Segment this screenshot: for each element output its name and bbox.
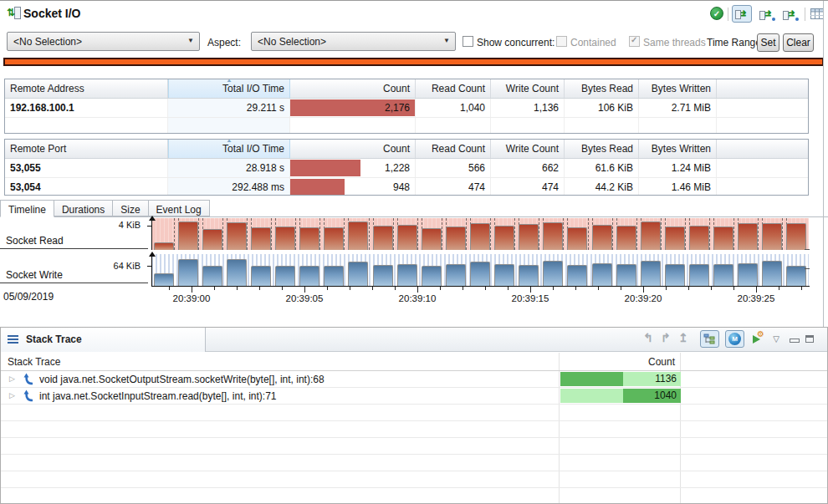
table-row[interactable]: 53,055 28.918 s 1,228 566 662 61.6 KiB 1… bbox=[5, 159, 808, 178]
col-read-count[interactable]: Read Count bbox=[416, 140, 491, 158]
expand-arrow-icon[interactable]: ▷ bbox=[9, 374, 15, 383]
time-range-set-button[interactable]: Set bbox=[757, 33, 779, 52]
col-bytes-written[interactable]: Bytes Written bbox=[639, 79, 717, 98]
table-row[interactable]: 192.168.100.1 29.211 s 2,176 1,040 1,136… bbox=[5, 99, 808, 118]
socket-write-bar[interactable] bbox=[154, 273, 174, 286]
socket-read-bar[interactable] bbox=[592, 225, 612, 250]
tab-timeline[interactable]: Timeline bbox=[0, 200, 54, 217]
socket-read-track[interactable] bbox=[151, 218, 809, 250]
col-write-count[interactable]: Write Count bbox=[491, 140, 565, 158]
run-options-icon[interactable]: ⚙ bbox=[747, 330, 765, 348]
socket-read-filter-icon[interactable]: ⇄ bbox=[757, 5, 777, 23]
socket-write-bar[interactable] bbox=[786, 266, 806, 286]
socket-read-bar[interactable] bbox=[470, 223, 490, 250]
aspect-combo[interactable]: <No Selection> ▼ bbox=[251, 32, 456, 51]
nav-first-icon[interactable]: ↰ bbox=[643, 331, 653, 344]
socket-write-bar[interactable] bbox=[373, 265, 393, 286]
socket-write-bar[interactable] bbox=[641, 261, 661, 286]
time-range-selector[interactable] bbox=[3, 58, 824, 66]
col-total-io-time[interactable]: ▲ Total I/O Time bbox=[168, 140, 290, 158]
selection-combo[interactable]: <No Selection> ▼ bbox=[7, 32, 200, 51]
socket-write-bar[interactable] bbox=[689, 264, 709, 286]
socket-read-bar[interactable] bbox=[202, 229, 222, 250]
socket-read-bar[interactable] bbox=[641, 221, 661, 250]
socket-write-bar[interactable] bbox=[567, 265, 587, 286]
col-bytes-read[interactable]: Bytes Read bbox=[565, 140, 639, 158]
socket-write-bar[interactable] bbox=[762, 261, 782, 286]
socket-read-bar[interactable] bbox=[178, 221, 198, 250]
col-total-io-time[interactable]: ▲ Total I/O Time bbox=[168, 79, 290, 98]
socket-read-bar[interactable] bbox=[251, 227, 271, 250]
socket-io-view-toggle-icon[interactable]: ⇄ bbox=[732, 5, 752, 23]
socket-read-bar[interactable] bbox=[227, 222, 247, 250]
col-count[interactable]: Count bbox=[560, 356, 675, 368]
col-count[interactable]: Count bbox=[290, 79, 416, 98]
socket-write-bar[interactable] bbox=[275, 266, 295, 286]
socket-read-bar[interactable] bbox=[494, 226, 514, 250]
col-write-count[interactable]: Write Count bbox=[491, 79, 565, 98]
table-view-icon[interactable] bbox=[807, 5, 827, 23]
socket-write-bar[interactable] bbox=[227, 259, 247, 286]
socket-write-bar[interactable] bbox=[324, 266, 344, 286]
col-bytes-read[interactable]: Bytes Read bbox=[565, 79, 639, 98]
col-count[interactable]: Count bbox=[290, 140, 416, 158]
tab-event-log[interactable]: Event Log bbox=[149, 200, 210, 216]
nav-back-icon[interactable]: ↱ bbox=[661, 331, 671, 344]
socket-read-bar[interactable] bbox=[422, 228, 442, 250]
socket-read-bar[interactable] bbox=[665, 227, 685, 250]
socket-write-bar[interactable] bbox=[519, 265, 539, 286]
socket-write-bar[interactable] bbox=[494, 264, 514, 286]
view-overflow-menu-icon[interactable]: ▽ bbox=[769, 330, 784, 348]
socket-read-bar[interactable] bbox=[519, 224, 539, 250]
socket-write-bar[interactable] bbox=[470, 262, 490, 286]
socket-write-track[interactable] bbox=[151, 254, 809, 286]
socket-read-bar[interactable] bbox=[324, 227, 344, 250]
thread-status-icon[interactable]: M bbox=[725, 330, 744, 348]
stack-trace-row[interactable]: ▷ void java.net.SocketOutputStream.socke… bbox=[1, 371, 827, 388]
socket-write-bar[interactable] bbox=[348, 262, 368, 286]
socket-write-bar[interactable] bbox=[713, 264, 733, 286]
socket-read-bar[interactable] bbox=[299, 227, 319, 250]
socket-read-bar[interactable] bbox=[348, 221, 368, 250]
socket-write-bar[interactable] bbox=[665, 264, 685, 286]
socket-read-bar[interactable] bbox=[713, 227, 733, 250]
maximize-icon[interactable] bbox=[803, 330, 816, 348]
show-concurrent-checkbox[interactable] bbox=[463, 36, 473, 47]
tab-durations[interactable]: Durations bbox=[54, 200, 113, 216]
socket-write-bar[interactable] bbox=[592, 263, 612, 286]
socket-write-bar[interactable] bbox=[251, 266, 271, 286]
socket-write-bar[interactable] bbox=[178, 259, 198, 286]
stack-trace-row[interactable]: ▷ int java.net.SocketInputStream.read(by… bbox=[1, 388, 827, 405]
socket-write-bar[interactable] bbox=[543, 261, 563, 286]
socket-read-bar[interactable] bbox=[786, 223, 806, 250]
nav-forward-icon[interactable]: ↥ bbox=[678, 331, 688, 344]
socket-write-bar[interactable] bbox=[616, 264, 636, 286]
time-range-clear-button[interactable]: Clear bbox=[783, 33, 814, 52]
socket-read-bar[interactable] bbox=[446, 227, 466, 250]
col-stack-trace[interactable]: Stack Trace bbox=[8, 356, 60, 368]
table-row[interactable]: 53,054 292.488 ms 948 474 474 44.2 KiB 1… bbox=[5, 178, 808, 196]
socket-read-bar[interactable] bbox=[689, 226, 709, 250]
socket-read-bar[interactable] bbox=[373, 226, 393, 250]
socket-write-bar[interactable] bbox=[738, 263, 758, 286]
col-read-count[interactable]: Read Count bbox=[416, 79, 491, 98]
socket-read-bar[interactable] bbox=[762, 223, 782, 250]
socket-write-bar[interactable] bbox=[299, 266, 319, 286]
socket-read-bar[interactable] bbox=[275, 227, 295, 250]
socket-read-bar[interactable] bbox=[154, 242, 174, 250]
tab-size[interactable]: Size bbox=[113, 200, 148, 216]
socket-read-bar[interactable] bbox=[616, 226, 636, 250]
socket-write-bar[interactable] bbox=[446, 264, 466, 286]
socket-write-filter-icon[interactable]: ⇄ bbox=[780, 5, 800, 23]
socket-read-bar[interactable] bbox=[567, 227, 587, 250]
socket-write-bar[interactable] bbox=[422, 266, 442, 286]
socket-read-bar[interactable] bbox=[738, 223, 758, 250]
socket-read-bar[interactable] bbox=[397, 225, 417, 250]
col-remote-port[interactable]: Remote Port bbox=[5, 140, 168, 158]
socket-write-bar[interactable] bbox=[397, 264, 417, 286]
tree-view-icon[interactable] bbox=[700, 330, 719, 348]
expand-arrow-icon[interactable]: ▷ bbox=[9, 391, 15, 400]
col-bytes-written[interactable]: Bytes Written bbox=[639, 140, 717, 158]
minimize-icon[interactable] bbox=[788, 330, 801, 348]
stack-trace-tab[interactable]: Stack Trace bbox=[1, 328, 206, 352]
